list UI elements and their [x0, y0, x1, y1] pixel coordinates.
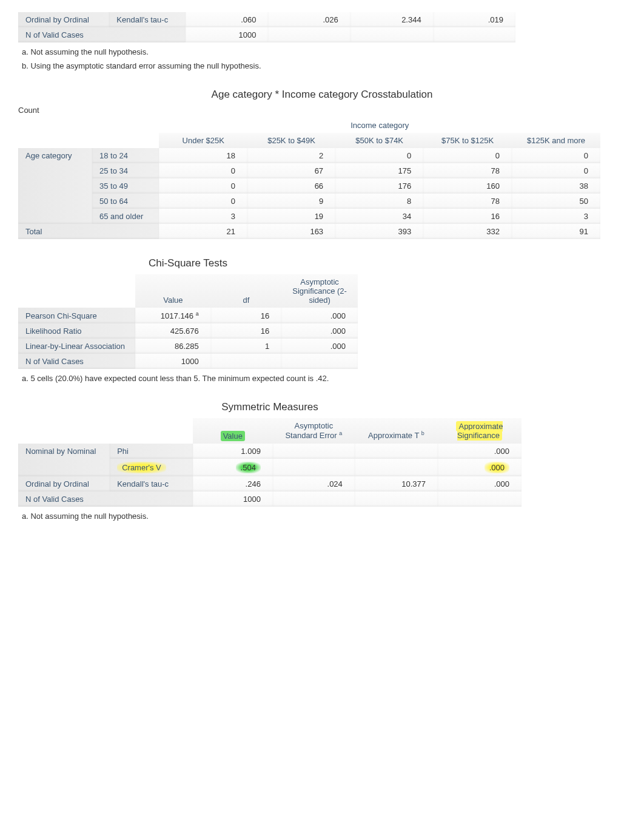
cell-value: 16 — [423, 209, 512, 224]
row-label: Pearson Chi-Square — [18, 308, 135, 323]
cell-value: 16 — [211, 308, 281, 323]
footnote-b: b. Using the asymptotic standard error a… — [22, 61, 626, 70]
cell-value: 1000 — [135, 354, 211, 369]
cell-value — [355, 444, 438, 459]
cell-value: .026 — [268, 12, 350, 27]
row-category: Ordinal by Ordinal — [18, 12, 109, 27]
header-row: Income category — [18, 118, 600, 133]
row-label: N of Valid Cases — [18, 354, 135, 369]
cell-value: 91 — [512, 224, 600, 239]
cell-value: 176 — [335, 178, 423, 194]
cell-value: 0 — [159, 163, 247, 178]
cell-value — [438, 492, 522, 507]
footnote-a: a. Not assuming the null hypothesis. — [22, 47, 626, 56]
top-symmetric-measures-table: Ordinal by Ordinal Kendall's tau-c .060 … — [18, 12, 626, 70]
cell-value: 0 — [335, 148, 423, 163]
cell-value: 425.676 — [135, 323, 211, 339]
cell-value — [273, 492, 355, 507]
cell-value — [273, 459, 355, 476]
table-row: Nominal by NominalPhi1.009.000 — [18, 444, 522, 459]
col-header: $25K to $49K — [247, 133, 335, 148]
row-measure: Kendall's tau-c — [109, 12, 186, 27]
table-row: 35 to 4906617616038 — [18, 178, 600, 194]
cell-value: 18 — [159, 148, 247, 163]
col-header: $50K to $74K — [335, 133, 423, 148]
income-category-header: Income category — [159, 118, 600, 133]
cell-value: 2.344 — [351, 12, 434, 27]
cell-value: 19 — [247, 209, 335, 224]
col-header: df — [211, 274, 281, 308]
table-row: 25 to 34067175780 — [18, 163, 600, 178]
total-row: Total 21 163 393 332 91 — [18, 224, 600, 239]
count-label: Count — [18, 106, 626, 115]
cell-value: .000 — [281, 323, 358, 339]
cell-value: 1017.146 a — [135, 308, 211, 323]
cell-value: 3 — [159, 209, 247, 224]
table-row: N of Valid Cases1000 — [18, 354, 358, 369]
row-label: 50 to 64 — [92, 194, 159, 209]
header-row: Value df Asymptotic Significance (2-side… — [18, 274, 358, 308]
cell-value: 1000 — [186, 27, 268, 42]
cell-value: 34 — [335, 209, 423, 224]
table-row: N of Valid Cases1000 — [18, 492, 522, 507]
cell-value: .000 — [438, 459, 522, 476]
cell-value: 0 — [159, 194, 247, 209]
chisquare-footnote: a. 5 cells (20.0%) have expected count l… — [22, 374, 337, 383]
cell-value: 0 — [512, 163, 600, 178]
row-category: Ordinal by Ordinal — [18, 476, 110, 492]
cell-value: .000 — [281, 308, 358, 323]
col-header-approx-sig: Approximate Significance — [438, 418, 522, 443]
table-row: Ordinal by OrdinalKendall's tau-c.246.02… — [18, 476, 522, 492]
row-category: N of Valid Cases — [18, 27, 186, 42]
cell-value: 160 — [423, 178, 512, 194]
cell-value: .000 — [281, 339, 358, 354]
cell-value — [355, 492, 438, 507]
chisquare-section: Chi-Square Tests Value df Asymptotic Sig… — [18, 257, 626, 383]
header-row: Value Asymptotic Standard Error a Approx… — [18, 418, 522, 443]
row-group-label: Age category — [18, 148, 92, 224]
col-header-value: Value — [193, 418, 273, 443]
cell-value: 16 — [211, 323, 281, 339]
symmetric-title: Symmetric Measures — [18, 401, 522, 413]
cell-value — [355, 459, 438, 476]
row-measure: Phi — [110, 444, 193, 459]
col-header-ase: Asymptotic Standard Error a — [273, 418, 355, 443]
table-row: 50 to 640987850 — [18, 194, 600, 209]
table-row: Age category18 to 24182000 — [18, 148, 600, 163]
col-header: Value — [135, 274, 211, 308]
chisquare-title: Chi-Square Tests — [18, 257, 358, 269]
col-header-approx-t: Approximate T b — [355, 418, 438, 443]
cell-value: 86.285 — [135, 339, 211, 354]
row-measure: Cramer's V — [110, 459, 193, 476]
table-row: Ordinal by Ordinal Kendall's tau-c .060 … — [18, 12, 515, 27]
row-label: 35 to 49 — [92, 178, 159, 194]
cell-value: .504 — [193, 459, 273, 476]
cell-value — [281, 354, 358, 369]
cell-value: .000 — [438, 444, 522, 459]
cell-value: 78 — [423, 194, 512, 209]
total-label: Total — [18, 224, 159, 239]
cell-value: .060 — [186, 12, 268, 27]
cell-value: 78 — [423, 163, 512, 178]
cell-value: 50 — [512, 194, 600, 209]
row-label: 18 to 24 — [92, 148, 159, 163]
cell-value — [211, 354, 281, 369]
cell-value: 38 — [512, 178, 600, 194]
cell-value: 332 — [423, 224, 512, 239]
cell-value: 2 — [247, 148, 335, 163]
col-header: $75K to $125K — [423, 133, 512, 148]
cell-value: 0 — [512, 148, 600, 163]
symmetric-footnote: a. Not assuming the null hypothesis. — [22, 512, 626, 521]
symmetric-measures-section: Symmetric Measures Value Asymptotic Stan… — [18, 401, 626, 520]
cell-value: 9 — [247, 194, 335, 209]
row-label: 65 and older — [92, 209, 159, 224]
table-row: Linear-by-Linear Association86.2851.000 — [18, 339, 358, 354]
table-row: N of Valid Cases 1000 — [18, 27, 515, 42]
cell-value: 0 — [423, 148, 512, 163]
col-header: Asymptotic Significance (2-sided) — [281, 274, 358, 308]
header-row: Under $25K $25K to $49K $50K to $74K $75… — [18, 133, 600, 148]
row-measure: Kendall's tau-c — [110, 476, 193, 492]
cell-value: 393 — [335, 224, 423, 239]
col-header: $125K and more — [512, 133, 600, 148]
cell-value: 10.377 — [355, 476, 438, 492]
